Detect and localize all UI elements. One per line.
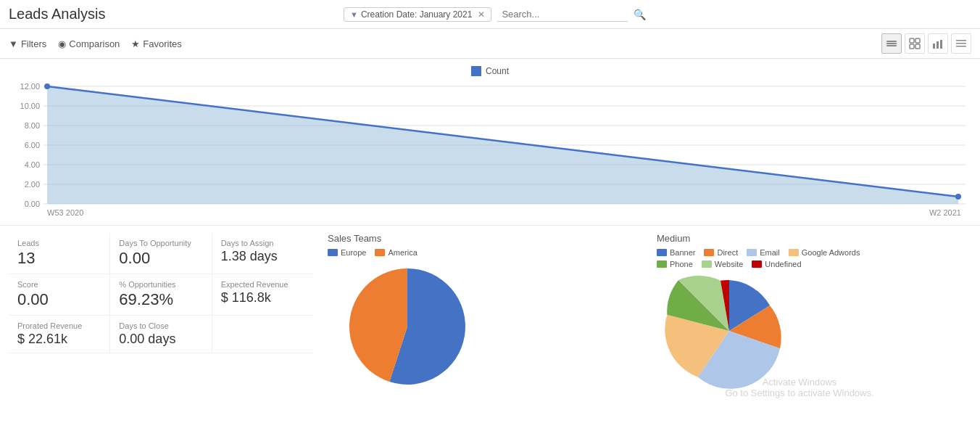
legend-europe: Europe [328,248,366,257]
legend-america: America [375,248,417,257]
svg-text:12.00: 12.00 [20,82,41,91]
metric-leads-label: Leads [17,239,101,247]
website-label: Website [715,260,744,268]
metric-dta-label: Days to Assign [221,239,304,247]
svg-rect-7 [933,44,935,49]
email-dot [747,249,757,256]
phone-label: Phone [670,260,693,268]
metric-pct-opportunities: % Opportunities 69.23% [110,274,212,315]
undefined-label: Undefined [765,260,801,268]
filter-close-icon[interactable]: ✕ [478,9,485,20]
metrics-row-1: Leads 13 Days To Opportunity 0.00 Days t… [9,233,313,274]
data-section: Leads 13 Days To Opportunity 0.00 Days t… [0,226,980,401]
medium-pie-container: Activate Windows Go to Settings to activ… [657,273,971,391]
metric-empty [212,316,313,353]
svg-rect-1 [886,43,897,44]
header: Leads Analysis ▼ Creation Date: January … [0,0,980,29]
metric-dtc-label: Days to Close [119,321,202,330]
google-adwords-dot [789,249,799,256]
toolbar: ▼ Filters ◉ Comparison ★ Favorites [0,29,980,59]
header-center: ▼ Creation Date: January 2021 ✕ 🔍 [105,7,884,22]
chart-end-dot [955,194,961,200]
banner-label: Banner [670,248,695,257]
metric-prorated-revenue: Prorated Revenue $ 22.61k [9,316,110,353]
svg-text:8.00: 8.00 [25,121,40,130]
legend-google-adwords: Google Adwords [789,248,860,257]
view-list-button[interactable] [951,33,971,54]
metrics-column: Leads 13 Days To Opportunity 0.00 Days t… [9,233,313,394]
page-title: Leads Analysis [9,6,105,22]
svg-text:4.00: 4.00 [25,160,40,169]
favorites-icon: ★ [131,38,140,49]
legend-direct: Direct [704,248,738,257]
view-activity-button[interactable] [881,33,902,54]
legend-undefined: Undefined [752,260,801,268]
count-legend-box [471,66,481,76]
direct-dot [704,249,714,256]
filters-icon: ▼ [9,38,18,49]
count-legend-label: Count [486,66,509,76]
svg-text:W53 2020: W53 2020 [47,208,83,217]
view-bar-button[interactable] [928,33,948,54]
metric-pct-opp-label: % Opportunities [119,280,202,289]
metric-exp-rev-label: Expected Revenue [221,280,304,289]
favorites-button[interactable]: ★ Favorites [131,38,181,49]
svg-rect-8 [937,41,939,49]
svg-text:0.00: 0.00 [25,200,40,208]
watermark-line2: Go to Settings to activate Windows. [628,387,971,398]
metric-dto-label: Days To Opportunity [119,239,202,247]
sales-teams-title: Sales Teams [328,233,642,244]
metric-score: Score 0.00 [9,274,110,315]
legend-website: Website [702,260,744,268]
line-chart: 12.00 10.00 8.00 6.00 4.00 2.00 0.00 W53… [7,79,973,217]
metric-days-to-opportunity: Days To Opportunity 0.00 [110,233,212,274]
svg-rect-9 [940,40,942,49]
sales-teams-pie-container [328,261,642,394]
svg-rect-0 [886,41,897,42]
legend-email: Email [747,248,780,257]
medium-legend: Banner Direct Email Google Adwords Phone [657,248,874,268]
chart-area: Count 12.00 10.00 8.00 6.00 4.00 2.00 0.… [0,59,980,226]
filters-label: Filters [21,38,46,49]
filters-button[interactable]: ▼ Filters [9,38,46,49]
metric-dta-value: 1.38 days [221,249,304,264]
favorites-label: Favorites [143,38,181,49]
chart-start-dot [44,83,50,89]
comparison-icon: ◉ [58,38,66,49]
search-input[interactable] [497,7,628,22]
legend-banner: Banner [657,248,695,257]
comparison-button[interactable]: ◉ Comparison [58,38,120,49]
direct-label: Direct [717,248,738,257]
filter-tag[interactable]: ▼ Creation Date: January 2021 ✕ [344,7,491,22]
metric-pro-rev-label: Prorated Revenue [17,321,101,330]
view-pivot-button[interactable] [905,33,925,54]
email-label: Email [760,248,780,257]
america-label: America [388,248,417,257]
filter-icon: ▼ [350,10,358,19]
metric-dto-value: 0.00 [119,249,202,268]
metrics-row-2: Score 0.00 % Opportunities 69.23% Expect… [9,274,313,316]
sales-teams-pie [328,261,487,392]
search-icon[interactable]: 🔍 [634,9,646,20]
svg-rect-12 [956,46,966,47]
metrics-row-3: Prorated Revenue $ 22.61k Days to Close … [9,316,313,353]
svg-text:6.00: 6.00 [25,141,40,149]
sales-teams-section: Sales Teams Europe America [328,233,642,394]
metric-score-label: Score [17,280,101,289]
metric-days-to-assign: Days to Assign 1.38 days [212,233,313,274]
website-dot [702,260,712,268]
toolbar-left: ▼ Filters ◉ Comparison ★ Favorites [9,38,182,49]
chart-legend: Count [7,66,973,76]
metric-score-value: 0.00 [17,290,101,309]
phone-dot [657,260,667,268]
svg-text:10.00: 10.00 [20,102,41,110]
metric-pro-rev-value: $ 22.61k [17,332,101,347]
svg-rect-4 [915,38,920,43]
metric-days-to-close: Days to Close 0.00 days [110,316,212,353]
svg-rect-3 [910,38,914,43]
charts-section: Sales Teams Europe America [313,233,971,394]
undefined-dot [752,260,762,268]
filter-label: Creation Date: January 2021 [361,9,472,20]
medium-section: Medium Banner Direct Email Google Adword… [657,233,971,394]
medium-title: Medium [657,233,971,244]
